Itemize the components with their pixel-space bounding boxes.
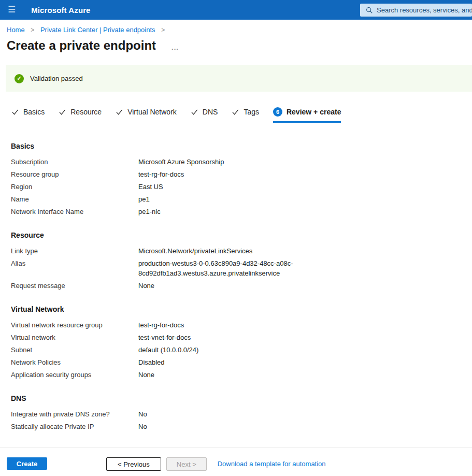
row-label: Integrate with private DNS zone? <box>11 409 138 419</box>
row-label: Subscription <box>11 157 138 167</box>
tab-tags[interactable]: Tags <box>232 107 259 123</box>
wizard-tabs: Basics Resource Virtual Network DNS Tags… <box>11 107 472 123</box>
section-rows: Link type Microsoft.Network/privateLinkS… <box>11 246 472 291</box>
review-section: Basics Subscription Microsoft Azure Spon… <box>11 142 472 217</box>
section-title: DNS <box>11 394 472 402</box>
app-title: Microsoft Azure <box>31 6 90 15</box>
review-row: Subscription Microsoft Azure Sponsorship <box>11 157 472 167</box>
row-value: No <box>138 409 147 419</box>
row-value: test-rg-for-docs <box>138 320 184 330</box>
tab-label: Resource <box>70 108 102 116</box>
row-value: None <box>138 281 154 291</box>
row-label: Virtual network resource group <box>11 320 138 330</box>
section-title: Basics <box>11 142 472 150</box>
review-row: Network Policies Disabled <box>11 357 472 367</box>
tab-review-create[interactable]: 6 Review + create <box>273 107 341 123</box>
chevron-right-icon: > <box>161 26 165 34</box>
check-icon <box>11 108 19 116</box>
review-row: Region East US <box>11 182 472 192</box>
row-label: Virtual network <box>11 333 138 342</box>
validation-message: Validation passed <box>30 75 83 82</box>
review-row: Application security groups None <box>11 370 472 380</box>
review-section: Resource Link type Microsoft.Network/pri… <box>11 231 472 291</box>
tab-label: Tags <box>244 108 259 116</box>
download-template-link[interactable]: Download a template for automation <box>218 457 326 471</box>
row-value: test-vnet-for-docs <box>138 333 191 342</box>
search-input[interactable] <box>377 6 472 14</box>
search-icon <box>366 7 373 14</box>
breadcrumb: Home > Private Link Center | Private end… <box>0 20 472 34</box>
next-button[interactable]: Next > <box>166 457 207 471</box>
row-label: Subnet <box>11 345 138 355</box>
row-label: Name <box>11 194 138 204</box>
row-value: Disabled <box>138 357 165 367</box>
check-icon <box>191 108 198 116</box>
review-section: DNS Integrate with private DNS zone? No … <box>11 394 472 431</box>
row-value: No <box>138 422 147 431</box>
section-title: Resource <box>11 231 472 239</box>
row-label: Alias <box>11 258 138 278</box>
row-value: default (10.0.0.0/24) <box>138 345 198 355</box>
check-icon <box>59 108 66 116</box>
row-label: Resource group <box>11 169 138 179</box>
tab-resource[interactable]: Resource <box>59 107 102 123</box>
tab-virtual-network[interactable]: Virtual Network <box>116 107 177 123</box>
section-rows: Virtual network resource group test-rg-f… <box>11 320 472 380</box>
tab-label: DNS <box>203 108 218 116</box>
row-value: test-rg-for-docs <box>138 169 184 179</box>
section-title: Virtual Network <box>11 305 472 313</box>
review-row: Subnet default (10.0.0.0/24) <box>11 345 472 355</box>
tab-basics[interactable]: Basics <box>11 107 45 123</box>
previous-button[interactable]: < Previous <box>106 457 161 471</box>
row-label: Request message <box>11 281 138 291</box>
section-rows: Integrate with private DNS zone? No Stat… <box>11 409 472 431</box>
validation-banner: ✓ Validation passed <box>6 65 472 92</box>
row-value: None <box>138 370 154 380</box>
row-label: Link type <box>11 246 138 256</box>
row-value: Microsoft Azure Sponsorship <box>138 157 224 167</box>
breadcrumb-home[interactable]: Home <box>7 26 25 34</box>
review-row: Statically allocate Private IP No <box>11 422 472 431</box>
review-section: Virtual Network Virtual network resource… <box>11 305 472 380</box>
row-label: Network Policies <box>11 357 138 367</box>
footer-bar: Create < Previous Next > Download a temp… <box>0 447 472 476</box>
review-row: Virtual network test-vnet-for-docs <box>11 333 472 342</box>
step-number-badge: 6 <box>273 107 282 117</box>
tab-label: Virtual Network <box>127 108 177 116</box>
chevron-right-icon: > <box>31 26 34 34</box>
review-row: Name pe1 <box>11 194 472 204</box>
row-label: Region <box>11 182 138 192</box>
section-rows: Subscription Microsoft Azure Sponsorship… <box>11 157 472 217</box>
breadcrumb-private-link-center[interactable]: Private Link Center | Private endpoints <box>40 26 155 34</box>
success-check-icon: ✓ <box>15 74 24 83</box>
top-bar: ☰ Microsoft Azure <box>0 0 472 20</box>
tab-dns[interactable]: DNS <box>191 107 218 123</box>
row-value: East US <box>138 182 163 192</box>
review-row: Resource group test-rg-for-docs <box>11 169 472 179</box>
hamburger-menu-icon[interactable]: ☰ <box>0 0 23 20</box>
check-icon <box>116 108 123 116</box>
review-row: Alias production-westus3-0-0.63c890a9-4d… <box>11 258 472 278</box>
row-value: production-westus3-0-0.63c890a9-4d32-48c… <box>138 258 304 278</box>
row-label: Statically allocate Private IP <box>11 422 138 431</box>
check-icon <box>232 108 239 116</box>
review-row: Virtual network resource group test-rg-f… <box>11 320 472 330</box>
global-search[interactable] <box>360 4 472 17</box>
sections: Basics Subscription Microsoft Azure Spon… <box>11 142 472 431</box>
review-row: Request message None <box>11 281 472 291</box>
row-label: Application security groups <box>11 370 138 380</box>
tab-label: Basics <box>23 108 45 116</box>
page-title: Create a private endpoint <box>7 38 156 53</box>
row-value: pe1 <box>138 194 150 204</box>
more-options-icon[interactable]: ... <box>171 45 179 50</box>
title-row: Create a private endpoint ... <box>7 38 472 53</box>
review-row: Network Interface Name pe1-nic <box>11 207 472 217</box>
row-value: Microsoft.Network/privateLinkServices <box>138 246 252 256</box>
row-value: pe1-nic <box>138 207 161 217</box>
row-label: Network Interface Name <box>11 207 138 217</box>
tab-label: Review + create <box>287 108 341 116</box>
review-row: Link type Microsoft.Network/privateLinkS… <box>11 246 472 256</box>
review-row: Integrate with private DNS zone? No <box>11 409 472 419</box>
create-button[interactable]: Create <box>7 457 47 470</box>
